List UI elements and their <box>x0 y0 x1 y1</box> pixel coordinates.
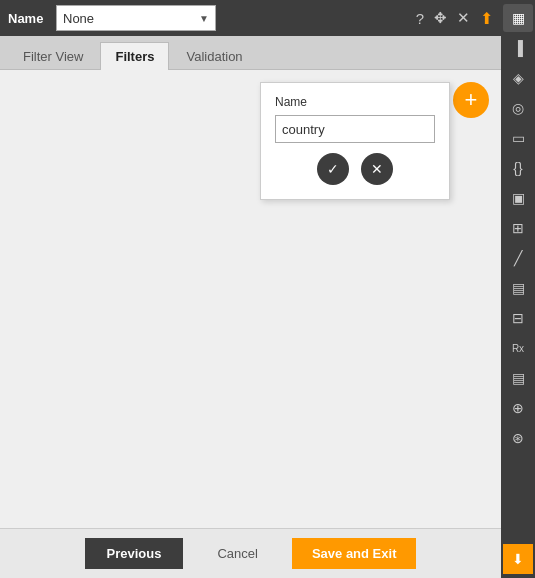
sidebar-icon-map[interactable]: ◈ <box>503 64 533 92</box>
chart-bar-icon: ▐ <box>513 40 523 56</box>
table-icon: ▦ <box>512 10 525 26</box>
rx-icon: Rx <box>512 343 524 354</box>
footer-bar: Previous Cancel Save and Exit <box>0 528 501 578</box>
sidebar-icon-chart-bar[interactable]: ▐ <box>503 34 533 62</box>
close-icon[interactable]: ✕ <box>457 9 470 27</box>
name-label: Name <box>8 11 48 26</box>
header-icons: ? ✥ ✕ ⬆ <box>416 9 493 28</box>
confirm-button[interactable]: ✓ <box>317 153 349 185</box>
header-bar: Name None ▼ ? ✥ ✕ ⬆ <box>0 0 501 36</box>
checkmark-icon: ✓ <box>327 161 339 177</box>
tab-bar: Filter View Filters Validation <box>0 36 501 70</box>
sidebar-icon-gauge[interactable]: ◎ <box>503 94 533 122</box>
sidebar-icon-stack[interactable]: ⊕ <box>503 394 533 422</box>
previous-button[interactable]: Previous <box>85 538 184 569</box>
tab-validation[interactable]: Validation <box>171 42 257 70</box>
upload-icon[interactable]: ⬆ <box>480 9 493 28</box>
users-icon: ⊛ <box>512 430 524 446</box>
sidebar-icon-grid[interactable]: ⊞ <box>503 214 533 242</box>
area-chart-icon: ╱ <box>514 250 522 266</box>
stack-icon: ⊕ <box>512 400 524 416</box>
sidebar-icon-layers[interactable]: ▤ <box>503 274 533 302</box>
cancel-button[interactable]: ✕ <box>361 153 393 185</box>
add-button[interactable]: + <box>453 82 489 118</box>
right-sidebar: ▦ ▐ ◈ ◎ ▭ {} ▣ ⊞ ╱ ▤ ⊟ Rx ▤ ⊕ ⊛ ⬇ <box>501 0 535 578</box>
content-area: Name ✓ ✕ + <box>0 70 501 528</box>
sidebar-icon-image[interactable]: ▣ <box>503 184 533 212</box>
help-icon[interactable]: ? <box>416 10 424 27</box>
hierarchy-icon: ⊟ <box>512 310 524 326</box>
name-input[interactable] <box>275 115 435 143</box>
save-exit-button[interactable]: Save and Exit <box>292 538 417 569</box>
name-dropdown[interactable]: None ▼ <box>56 5 216 31</box>
report-icon: ▤ <box>512 370 525 386</box>
map-icon: ◈ <box>513 70 524 86</box>
sidebar-icon-code[interactable]: {} <box>503 154 533 182</box>
tab-filters[interactable]: Filters <box>100 42 169 70</box>
sidebar-icon-table[interactable]: ▦ <box>503 4 533 32</box>
name-dropdown-value: None <box>63 11 94 26</box>
move-icon[interactable]: ✥ <box>434 9 447 27</box>
gauge-icon: ◎ <box>512 100 524 116</box>
download-icon: ⬇ <box>512 551 524 567</box>
code-icon: {} <box>513 160 522 176</box>
grid-icon: ⊞ <box>512 220 524 236</box>
cancel-footer-button[interactable]: Cancel <box>199 538 275 569</box>
sidebar-icon-area-chart[interactable]: ╱ <box>503 244 533 272</box>
plus-icon: + <box>465 89 478 111</box>
image-icon: ▣ <box>512 190 525 206</box>
sidebar-download-icon[interactable]: ⬇ <box>503 544 533 574</box>
document-icon: ▭ <box>512 130 525 146</box>
sidebar-icon-users[interactable]: ⊛ <box>503 424 533 452</box>
popup-name-label: Name <box>275 95 435 109</box>
layers-icon: ▤ <box>512 280 525 296</box>
name-popup: Name ✓ ✕ <box>260 82 450 200</box>
sidebar-icon-hierarchy[interactable]: ⊟ <box>503 304 533 332</box>
sidebar-icon-rx[interactable]: Rx <box>503 334 533 362</box>
chevron-down-icon: ▼ <box>199 13 209 24</box>
tab-filter-view[interactable]: Filter View <box>8 42 98 70</box>
popup-buttons: ✓ ✕ <box>275 153 435 185</box>
sidebar-icon-report[interactable]: ▤ <box>503 364 533 392</box>
x-icon: ✕ <box>371 161 383 177</box>
sidebar-icon-document[interactable]: ▭ <box>503 124 533 152</box>
